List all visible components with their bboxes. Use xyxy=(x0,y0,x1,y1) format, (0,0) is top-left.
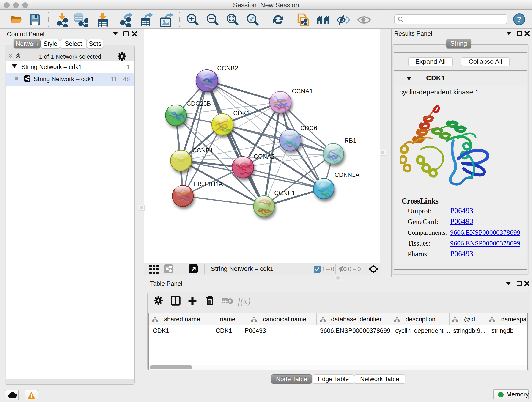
svg-text:CDC6: CDC6 xyxy=(300,125,317,132)
svg-text:CDK1: CDK1 xyxy=(233,110,250,117)
svg-text:CDKN1A: CDKN1A xyxy=(335,172,360,178)
svg-text:CDC25B: CDC25B xyxy=(186,100,211,107)
svg-text:CCNB1: CCNB1 xyxy=(192,147,213,154)
svg-text:CCNA1: CCNA1 xyxy=(292,88,313,95)
svg-text:HIST1H1A: HIST1H1A xyxy=(193,181,223,187)
svg-text:CCNA2: CCNA2 xyxy=(254,153,275,160)
svg-text:?: ? xyxy=(517,15,522,24)
svg-text:CCNB2: CCNB2 xyxy=(217,65,238,72)
svg-text:RB1: RB1 xyxy=(344,137,356,144)
svg-text:CCNE1: CCNE1 xyxy=(274,190,295,196)
